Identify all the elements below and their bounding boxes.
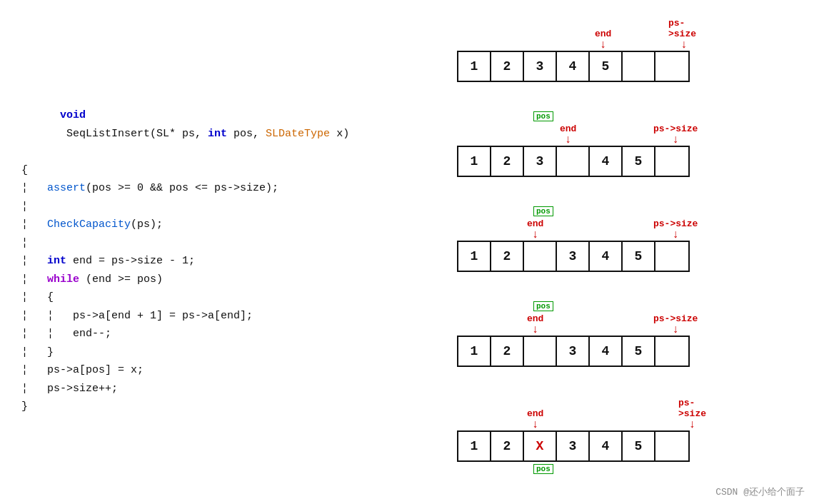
diagram-5-arrows: end ↓ ps->size ↓	[457, 406, 700, 430]
code-line-2: {	[21, 161, 443, 180]
diagram-2: pos end ↓ ps->size ↓ 1 2 3 _ 4 5 _	[457, 121, 812, 177]
cell-1-5: _	[623, 52, 655, 81]
code-line-7: ¦ int end = ps->size - 1;	[21, 252, 443, 271]
cell-1-4: 5	[590, 52, 623, 81]
cell-2-4: 4	[590, 147, 623, 176]
code-line-8: ¦ while (end >= pos)	[21, 271, 443, 289]
cell-4-1: 2	[491, 337, 524, 366]
code-block: void SeqListInsert(SL* ps, int pos, SLDa…	[21, 89, 443, 416]
end-arrow-3: end ↓	[527, 218, 543, 241]
pssize-arrow-1: ps->size ↓	[668, 18, 700, 51]
cell-4-4: 4	[590, 337, 623, 366]
code-line-1: void SeqListInsert(SL* ps, int pos, SLDa…	[21, 89, 443, 161]
cell-2-6: _	[655, 147, 688, 176]
diagram-1: end ↓ ps->size ↓ 1 2 3 4 5 _ _	[457, 26, 812, 82]
pssize-arrow-5: ps->size ↓	[678, 398, 706, 430]
cell-1-3: 4	[557, 52, 590, 81]
cell-3-3: 3	[557, 242, 590, 271]
pssize-arrow-4: ps->size ↓	[653, 313, 698, 336]
cell-1-6: _	[655, 52, 688, 81]
code-line-14: ¦ ps->size++;	[21, 380, 443, 398]
cell-3-0: 1	[458, 242, 491, 271]
cell-1-0: 1	[458, 52, 491, 81]
diagram-5: end ↓ ps->size ↓ 1 2 X 3 4 5 _ pos	[457, 406, 812, 476]
pos-label-4: pos	[533, 301, 553, 311]
cell-5-6: _	[655, 432, 688, 460]
cell-3-6: _	[655, 242, 688, 271]
cell-4-5: 5	[623, 337, 655, 366]
code-line-15: }	[21, 398, 443, 416]
pos-label-2: pos	[533, 111, 553, 121]
diagram-panel: end ↓ ps->size ↓ 1 2 3 4 5 _ _ pos end ↓	[450, 0, 819, 504]
cell-3-5: 5	[623, 242, 655, 271]
cell-4-3: 3	[557, 337, 590, 366]
cell-5-3: 3	[557, 432, 590, 460]
diagram-1-cells: 1 2 3 4 5 _ _	[457, 51, 690, 82]
cell-4-6: _	[655, 337, 688, 366]
code-line-10: ¦ ¦ ps->a[end + 1] = ps->a[end];	[21, 307, 443, 326]
code-line-6: ¦	[21, 234, 443, 253]
diagram-2-arrows: pos end ↓ ps->size ↓	[457, 121, 700, 146]
cell-5-4: 4	[590, 432, 623, 460]
end-arrow-2: end ↓	[560, 124, 576, 146]
code-line-12: ¦ }	[21, 343, 443, 362]
code-line-11: ¦ ¦ end--;	[21, 325, 443, 343]
diagram-3: pos end ↓ ps->size ↓ 1 2 _ 3 4 5 _	[457, 216, 812, 272]
pos-label-3: pos	[533, 206, 553, 216]
cell-2-3: _	[557, 147, 590, 176]
code-line-13: ¦ ps->a[pos] = x;	[21, 361, 443, 380]
code-panel: void SeqListInsert(SL* ps, int pos, SLDa…	[0, 0, 450, 504]
diagram-3-cells: 1 2 _ 3 4 5 _	[457, 241, 690, 272]
code-line-5: ¦ CheckCapacity(ps);	[21, 216, 443, 234]
cell-5-5: 5	[623, 432, 655, 460]
cell-3-1: 2	[491, 242, 524, 271]
pssize-arrow-3: ps->size ↓	[653, 218, 698, 241]
end-arrow-4: end ↓	[527, 313, 543, 336]
diagram-1-arrows: end ↓ ps->size ↓	[457, 26, 700, 51]
end-arrow-1: end ↓	[595, 29, 611, 51]
pos-label-5: pos	[533, 464, 553, 474]
cell-2-2: 3	[524, 147, 557, 176]
cell-3-4: 4	[590, 242, 623, 271]
cell-2-1: 2	[491, 147, 524, 176]
diagram-3-arrows: pos end ↓ ps->size ↓	[457, 216, 700, 241]
cell-1-2: 3	[524, 52, 557, 81]
watermark: CSDN @还小给个面子	[715, 485, 805, 498]
cell-5-2: X	[524, 432, 557, 460]
code-line-3: ¦ assert(pos >= 0 && pos <= ps->size);	[21, 179, 443, 198]
cell-1-1: 2	[491, 52, 524, 81]
diagram-4-arrows: pos end ↓ ps->size ↓	[457, 311, 700, 336]
pssize-arrow-2: ps->size ↓	[653, 124, 698, 146]
diagram-4: pos end ↓ ps->size ↓ 1 2 _ 3 4 5 _	[457, 311, 812, 367]
diagram-5-cells: 1 2 X 3 4 5 _	[457, 430, 690, 462]
keyword-void: void	[60, 109, 86, 121]
code-line-4: ¦	[21, 198, 443, 216]
cell-4-0: 1	[458, 337, 491, 366]
code-line-9: ¦ {	[21, 288, 443, 307]
cell-5-0: 1	[458, 432, 491, 460]
diagram-2-cells: 1 2 3 _ 4 5 _	[457, 146, 690, 177]
end-arrow-5: end ↓	[527, 408, 543, 430]
cell-2-5: 5	[623, 147, 655, 176]
cell-4-2: _	[524, 337, 557, 366]
cell-2-0: 1	[458, 147, 491, 176]
cell-3-2: _	[524, 242, 557, 271]
diagram-4-cells: 1 2 _ 3 4 5 _	[457, 336, 690, 367]
cell-5-1: 2	[491, 432, 524, 460]
